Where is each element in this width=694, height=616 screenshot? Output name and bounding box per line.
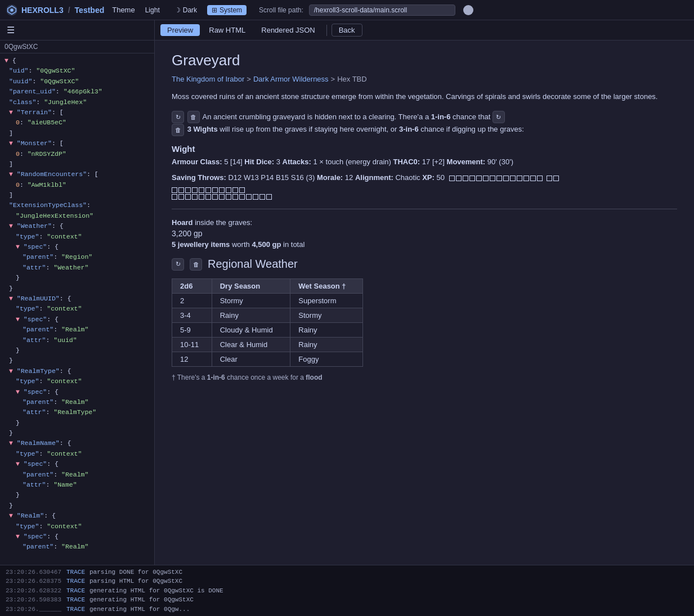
hoard-inside: inside the graves: (195, 218, 252, 227)
xp-box (523, 176, 529, 181)
tab-rendered-json[interactable]: Rendered JSON (254, 24, 321, 36)
stat-morale: 12 (345, 173, 353, 182)
page-title: Graveyard (172, 52, 677, 69)
graveyard-chance2: 3-in-6 (399, 125, 419, 133)
breadcrumb-sep2: > (331, 75, 335, 83)
weather-cell-dry: Rainy (212, 308, 290, 323)
table-row: 2StormySuperstorm (172, 294, 363, 308)
xp-boxes-row2 (172, 187, 677, 193)
xp-box (530, 176, 536, 181)
stat-hd: 3 (276, 158, 280, 166)
table-row: 5-9Cloudy & HumidRainy (172, 323, 363, 338)
graveyard-encounter-block: ↻ 🗑 An ancient crumbling graveyard is hi… (172, 111, 677, 136)
breadcrumb-sep1: > (247, 75, 251, 83)
xp-box (253, 194, 258, 200)
topbar-separator: / (68, 6, 70, 15)
tab-back[interactable]: Back (332, 24, 362, 37)
log-level: TRACE (66, 595, 85, 605)
xp-box (246, 194, 252, 200)
breadcrumb: The Kingdom of Irabor > Dark Armor Wilde… (172, 75, 677, 83)
json-line: "uid": "0QgwStXC" (0, 66, 154, 76)
graveyard-delete2-button[interactable]: 🗑 (172, 124, 184, 136)
graveyard-refresh2-button[interactable]: ↻ (492, 111, 505, 123)
xp-box (219, 194, 225, 200)
xp-box (192, 194, 198, 200)
weather-cell-dry: Clear (212, 352, 290, 367)
weather-cell-roll: 2 (172, 294, 212, 308)
main-layout: ☰ 0QgwStXC ▼ { "uid": "0QgwStXC" "uuid":… (0, 20, 694, 565)
json-line: ▼ { (0, 56, 154, 66)
weather-delete-button[interactable]: 🗑 (190, 258, 202, 271)
xp-box (232, 194, 238, 200)
scroll-path-go-button[interactable] (463, 5, 473, 15)
xp-box (469, 176, 475, 181)
section-divider (172, 209, 677, 209)
stat-align: Chaotic (395, 173, 420, 182)
weather-refresh-button[interactable]: ↻ (172, 258, 184, 271)
graveyard-text-pre: An ancient crumbling graveyard is hidden… (203, 113, 429, 121)
jewellery-count: 5 jewellery items (172, 240, 230, 249)
graveyard-refresh-button[interactable]: ↻ (172, 111, 184, 123)
jewellery-line: 5 jewellery items worth 4,500 gp in tota… (172, 240, 677, 249)
log-time: 23:20:26.598383 (6, 595, 62, 605)
sidebar: ☰ 0QgwStXC ▼ { "uid": "0QgwStXC" "uuid":… (0, 20, 155, 565)
stat-sv-label: Saving Throws: (172, 173, 226, 182)
weather-cell-dry: Stormy (212, 294, 290, 308)
stat-xp-label: XP: (422, 173, 435, 182)
json-line: "type": "context" (0, 521, 154, 532)
json-line: ▼ "Weather": { (0, 221, 154, 231)
scroll-path-input[interactable] (309, 5, 455, 16)
creature-name: Wight (172, 144, 677, 154)
json-line: } (0, 284, 154, 294)
json-line: ] (0, 128, 154, 138)
xp-box (178, 194, 184, 200)
xp-box (199, 187, 204, 193)
theme-dark-button[interactable]: ☽ Dark (170, 5, 202, 15)
json-line: "attr": "Weather" (0, 263, 154, 273)
json-line: ▼ "spec": { (0, 242, 154, 252)
weather-cell-roll: 5-9 (172, 323, 212, 338)
theme-label: Theme (112, 6, 135, 14)
stat-xp: 50 (436, 173, 444, 182)
breadcrumb-part3: Hex TBD (337, 75, 367, 83)
log-line: 23:20:26.______TRACEgenerating HTML for … (6, 605, 688, 614)
log-message: generating HTML for 0Qgw... (89, 605, 190, 614)
theme-system-button[interactable]: ⊞ System (207, 5, 247, 15)
flood-word: flood (306, 374, 322, 381)
json-line: ▼ "spec": { (0, 532, 154, 542)
topbar: HEXROLL3 / Testbed Theme Light ☽ Dark ⊞ … (0, 0, 694, 20)
table-row: 12ClearFoggy (172, 352, 363, 367)
flood-chance: 1-in-6 (207, 374, 225, 381)
json-line: "uuid": "0QgwStXC" (0, 77, 154, 87)
theme-light-button[interactable]: Light (141, 5, 164, 15)
hoard-section: Hoard inside the graves: 3,200 gp 5 jewe… (172, 218, 677, 249)
stat-thac0-label: THAC0: (393, 158, 420, 166)
json-line: } (0, 345, 154, 356)
json-line: ▼ "Realm": { (0, 511, 154, 521)
weather-cell-wet: Superstorm (290, 294, 363, 308)
log-level: TRACE (66, 568, 85, 577)
tab-preview[interactable]: Preview (160, 24, 200, 36)
breadcrumb-part2[interactable]: Dark Armor Wilderness (253, 75, 329, 83)
stat-atk-label: Attacks: (283, 158, 311, 166)
weather-col-wet: Wet Season † (290, 279, 363, 294)
xp-box (259, 194, 265, 200)
sidebar-menu-button[interactable]: ☰ (5, 24, 17, 37)
graveyard-delete-button[interactable]: 🗑 (187, 111, 200, 123)
xp-boxes-2 (547, 176, 559, 181)
breadcrumb-part1[interactable]: The Kingdom of Irabor (172, 75, 244, 83)
sidebar-toolbar: ☰ (0, 20, 154, 41)
log-message: parsing HTML for 0QgwStXC (89, 577, 182, 586)
xp-box (185, 187, 191, 193)
tab-raw-html[interactable]: Raw HTML (202, 24, 252, 36)
topbar-testbed: Testbed (75, 6, 105, 15)
json-line: "type": "context" (0, 376, 154, 386)
json-line: "type": "context" (0, 304, 154, 314)
location-description: Moss covered ruins of an ancient stone s… (172, 91, 677, 103)
xp-box (463, 176, 468, 181)
log-message: generating HTML for 0QgwStXC (89, 595, 194, 605)
stat-atk: 1 × touch (energy drain) (314, 158, 391, 166)
scroll-path-label: Scroll file path: (259, 6, 303, 14)
stat-mv-label: Movement: (447, 158, 486, 166)
jewellery-post: in total (283, 240, 305, 249)
